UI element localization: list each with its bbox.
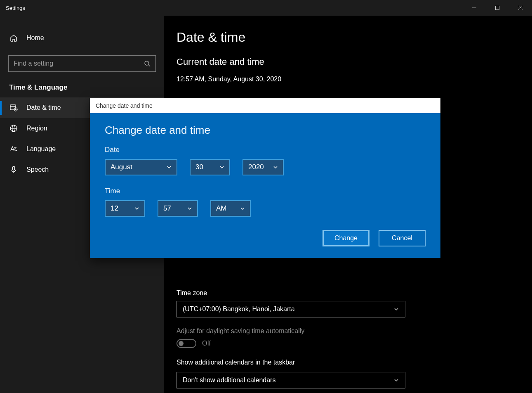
- sidebar-item-label: Language: [26, 145, 56, 153]
- ampm-select[interactable]: AM: [210, 200, 251, 217]
- search-container: [8, 55, 156, 72]
- svg-line-5: [148, 65, 150, 66]
- maximize-button[interactable]: [486, 0, 509, 16]
- hour-value: 12: [111, 204, 118, 213]
- window-title: Settings: [0, 5, 25, 11]
- dst-toggle-state: Off: [202, 340, 211, 347]
- svg-point-4: [145, 61, 149, 65]
- year-select[interactable]: 2020: [242, 159, 284, 175]
- change-button-label: Change: [334, 234, 358, 242]
- globe-icon: [9, 124, 18, 133]
- minimize-button[interactable]: [463, 0, 486, 16]
- date-label: Date: [105, 146, 426, 154]
- microphone-icon: [9, 165, 18, 174]
- current-datetime-value: 12:57 AM, Sunday, August 30, 2020: [177, 76, 517, 83]
- cancel-button-label: Cancel: [392, 234, 412, 242]
- timezone-value: (UTC+07:00) Bangkok, Hanoi, Jakarta: [183, 305, 295, 313]
- timezone-dropdown[interactable]: (UTC+07:00) Bangkok, Hanoi, Jakarta: [177, 301, 405, 317]
- chevron-down-icon: [393, 377, 399, 383]
- minimize-icon: [472, 5, 477, 10]
- svg-rect-6: [10, 105, 16, 110]
- additional-calendars-value: Don't show additional calendars: [183, 376, 275, 384]
- time-select-row: 12 57 AM: [105, 200, 426, 217]
- dst-toggle: [177, 339, 196, 348]
- date-select-row: August 30 2020: [105, 159, 426, 175]
- change-button[interactable]: Change: [322, 230, 370, 246]
- time-label: Time: [105, 187, 426, 195]
- month-value: August: [111, 163, 132, 171]
- dialog-body: Change date and time Date August 30 2020…: [90, 113, 440, 258]
- chevron-down-icon: [393, 306, 399, 312]
- day-select[interactable]: 30: [190, 159, 230, 175]
- day-value: 30: [195, 163, 203, 171]
- chevron-down-icon: [219, 165, 224, 170]
- chevron-down-icon: [240, 206, 245, 211]
- dst-label: Adjust for daylight saving time automati…: [177, 327, 517, 335]
- calendar-clock-icon: [9, 103, 18, 112]
- sidebar-home-label: Home: [26, 34, 44, 42]
- timezone-label: Time zone: [177, 289, 517, 297]
- svg-rect-14: [13, 166, 15, 170]
- minute-value: 57: [163, 204, 171, 213]
- month-select[interactable]: August: [105, 159, 177, 175]
- close-button[interactable]: [509, 0, 532, 16]
- current-heading: Current date and time: [177, 57, 517, 67]
- page-title: Date & time: [177, 30, 517, 45]
- sidebar-item-label: Date & time: [26, 104, 61, 111]
- additional-calendars-label: Show additional calendars in the taskbar: [177, 359, 517, 366]
- chevron-down-icon: [273, 165, 278, 170]
- svg-line-10: [16, 109, 16, 110]
- cancel-button[interactable]: Cancel: [379, 230, 426, 246]
- window-titlebar: Settings: [0, 0, 532, 16]
- hour-select[interactable]: 12: [105, 200, 145, 217]
- search-input-wrapper[interactable]: [8, 55, 156, 72]
- sidebar-home[interactable]: Home: [0, 28, 164, 48]
- chevron-down-icon: [167, 165, 172, 170]
- home-icon: [9, 33, 18, 43]
- sidebar-item-label: Speech: [26, 166, 49, 173]
- window-controls: [463, 0, 532, 16]
- dialog-heading: Change date and time: [105, 124, 426, 137]
- search-icon: [144, 60, 151, 67]
- dialog-titlebar: Change date and time: [90, 98, 440, 113]
- svg-rect-1: [496, 6, 499, 10]
- close-icon: [518, 5, 523, 10]
- language-icon: [9, 144, 18, 154]
- dst-toggle-row: Off: [177, 339, 517, 348]
- sidebar-item-label: Region: [26, 125, 47, 132]
- ampm-value: AM: [216, 204, 227, 213]
- maximize-icon: [495, 5, 500, 10]
- dialog-buttons: Change Cancel: [105, 230, 426, 246]
- year-value: 2020: [248, 163, 264, 171]
- minute-select[interactable]: 57: [158, 200, 198, 217]
- search-input[interactable]: [14, 60, 144, 67]
- chevron-down-icon: [134, 206, 139, 211]
- additional-calendars-dropdown[interactable]: Don't show additional calendars: [177, 372, 405, 388]
- chevron-down-icon: [187, 206, 192, 211]
- sidebar-section-heading: Time & Language: [0, 72, 164, 97]
- change-date-time-dialog: Change date and time Change date and tim…: [90, 98, 440, 258]
